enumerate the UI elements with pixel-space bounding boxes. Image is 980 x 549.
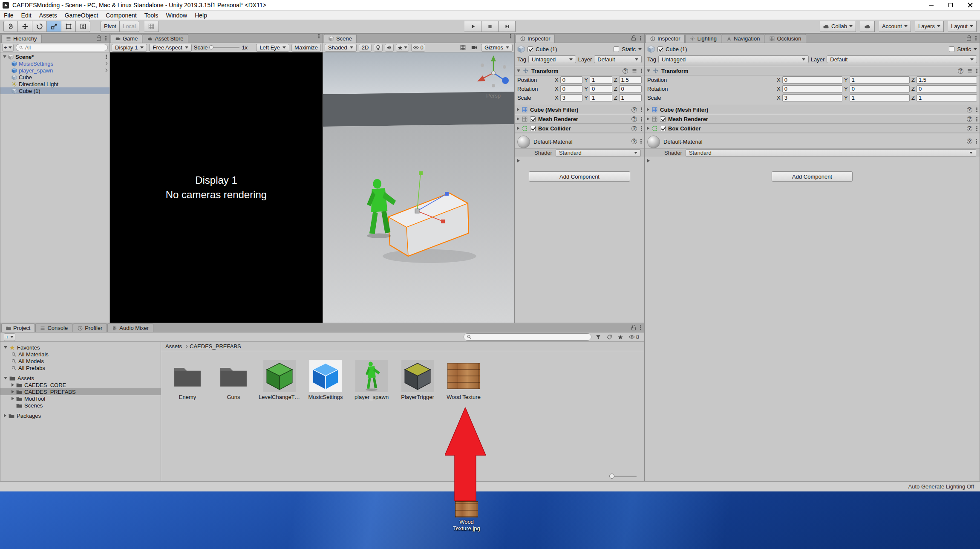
- close-button[interactable]: [960, 0, 980, 10]
- hierarchy-search-input[interactable]: [33, 45, 104, 51]
- scene-audio-toggle[interactable]: [385, 44, 394, 52]
- component-menu-icon[interactable]: [641, 128, 642, 129]
- expand-icon[interactable]: [517, 108, 519, 111]
- layout-dropdown[interactable]: Layout: [948, 21, 977, 32]
- tree-caedes-core[interactable]: CAEDES_CORE: [0, 381, 161, 388]
- help-icon[interactable]: ?: [967, 139, 972, 144]
- boxcollider-component-header[interactable]: Box Collider ?: [515, 124, 644, 133]
- menu-tools[interactable]: Tools: [141, 11, 162, 20]
- move-tool-button[interactable]: [18, 21, 32, 32]
- account-dropdown[interactable]: Account: [879, 21, 911, 32]
- asset-musicsettings[interactable]: MusicSettings: [304, 360, 347, 400]
- breadcrumb-folder[interactable]: CAEDES_PREFABS: [190, 343, 241, 350]
- position-z-field[interactable]: 1.5: [917, 76, 977, 84]
- gizmo-x-handle[interactable]: [441, 220, 445, 223]
- search-by-label-button[interactable]: [605, 333, 614, 341]
- tree-all-models[interactable]: All Models: [0, 358, 161, 364]
- scale-x-field[interactable]: 3: [782, 94, 842, 101]
- help-icon[interactable]: ?: [631, 116, 637, 122]
- hierarchy-item-scene[interactable]: Scene*: [0, 53, 110, 60]
- menu-component[interactable]: Component: [102, 11, 140, 20]
- perspective-label[interactable]: Persp: [486, 92, 501, 99]
- panel-menu-icon[interactable]: [640, 327, 641, 328]
- presets-icon[interactable]: [967, 68, 972, 73]
- presets-icon[interactable]: [632, 68, 637, 73]
- asset-guns[interactable]: Guns: [212, 360, 255, 400]
- tab-project[interactable]: Project: [1, 324, 35, 332]
- expand-icon[interactable]: [647, 117, 649, 121]
- menu-edit[interactable]: Edit: [17, 11, 35, 20]
- project-search-input[interactable]: [473, 334, 588, 340]
- tab-console[interactable]: Console: [35, 324, 72, 332]
- rotation-y-field[interactable]: 0: [590, 85, 612, 92]
- help-icon[interactable]: ?: [958, 68, 963, 74]
- expand-icon[interactable]: [4, 414, 6, 417]
- hidden-packages-toggle[interactable]: 8: [627, 333, 641, 341]
- add-component-button[interactable]: Add Component: [772, 171, 853, 182]
- tab-scene[interactable]: Scene: [324, 34, 357, 43]
- component-menu-icon[interactable]: [976, 109, 977, 110]
- tab-hierarchy[interactable]: Hierarchy: [1, 34, 42, 43]
- maximize-on-play-toggle[interactable]: Maximize: [291, 44, 321, 52]
- lock-icon[interactable]: [967, 38, 971, 41]
- scene-menu-icon[interactable]: [106, 56, 107, 58]
- tree-favorites[interactable]: Favorites: [0, 344, 161, 351]
- scale-x-field[interactable]: 3: [560, 94, 583, 101]
- asset-playertrigger[interactable]: PlayerTrigger: [396, 360, 439, 400]
- gizmo-y-handle[interactable]: [419, 171, 423, 175]
- scale-y-field[interactable]: 1: [590, 94, 612, 101]
- rect-tool-button[interactable]: [61, 21, 76, 32]
- position-y-field[interactable]: 1: [590, 76, 612, 84]
- help-icon[interactable]: ?: [623, 68, 628, 74]
- rotation-z-field[interactable]: 0: [917, 85, 977, 92]
- pivot-toggle-button[interactable]: Pivot: [101, 21, 120, 32]
- scale-y-field[interactable]: 1: [850, 94, 910, 101]
- scale-tool-button[interactable]: [47, 21, 61, 32]
- help-icon[interactable]: ?: [631, 126, 637, 131]
- component-enabled-checkbox[interactable]: [530, 116, 536, 122]
- position-x-field[interactable]: 0: [782, 76, 842, 84]
- rotate-tool-button[interactable]: [32, 21, 47, 32]
- rotation-z-field[interactable]: 0: [619, 85, 642, 92]
- tree-modtool[interactable]: ModTool: [0, 395, 161, 402]
- play-button[interactable]: [464, 21, 481, 32]
- layers-dropdown[interactable]: Layers: [915, 21, 944, 32]
- panel-menu-icon[interactable]: [318, 35, 320, 37]
- asset-levelchangetrigger[interactable]: LevelChangeTrig...: [258, 360, 301, 400]
- help-icon[interactable]: ?: [967, 107, 972, 113]
- hierarchy-item-musicsettings[interactable]: MusicSettings: [0, 60, 110, 67]
- gameobject-name-field[interactable]: Cube (1): [666, 46, 687, 52]
- component-enabled-checkbox[interactable]: [660, 126, 666, 131]
- tree-all-prefabs[interactable]: All Prefabs: [0, 364, 161, 371]
- display-dropdown[interactable]: Display 1: [112, 44, 147, 52]
- tab-navigation[interactable]: Navigation: [722, 34, 764, 43]
- layer-dropdown[interactable]: Default: [827, 55, 977, 63]
- rotation-x-field[interactable]: 0: [560, 85, 583, 92]
- add-component-button[interactable]: Add Component: [529, 171, 630, 182]
- component-menu-icon[interactable]: [641, 118, 642, 120]
- menu-file[interactable]: File: [0, 11, 17, 20]
- position-z-field[interactable]: 1.5: [619, 76, 642, 84]
- help-icon[interactable]: ?: [967, 116, 972, 122]
- tab-inspector[interactable]: Inspector: [646, 34, 685, 43]
- static-checkbox[interactable]: [614, 46, 619, 52]
- expand-icon[interactable]: [647, 127, 649, 130]
- tree-all-materials[interactable]: All Materials: [0, 351, 161, 358]
- expand-icon[interactable]: [517, 69, 520, 72]
- local-toggle-button[interactable]: Local: [120, 21, 139, 32]
- material-menu-icon[interactable]: [640, 141, 642, 142]
- expand-icon[interactable]: [3, 55, 6, 58]
- tab-audio-mixer[interactable]: Audio Mixer: [107, 324, 153, 332]
- slider-knob[interactable]: [209, 45, 213, 49]
- thumbnail-size-slider[interactable]: [610, 476, 637, 477]
- component-menu-icon[interactable]: [976, 128, 977, 129]
- panel-menu-icon[interactable]: [975, 38, 977, 39]
- effects-dropdown[interactable]: [396, 44, 409, 52]
- tag-dropdown[interactable]: Untagged: [528, 55, 576, 63]
- static-checkbox[interactable]: [949, 46, 954, 52]
- expand-icon[interactable]: [647, 108, 649, 111]
- tag-dropdown[interactable]: Untagged: [658, 55, 809, 63]
- hierarchy-item-cube-1[interactable]: Cube (1): [0, 87, 110, 94]
- transform-component-header[interactable]: Transform ?: [515, 66, 644, 75]
- minimize-button[interactable]: [921, 0, 941, 10]
